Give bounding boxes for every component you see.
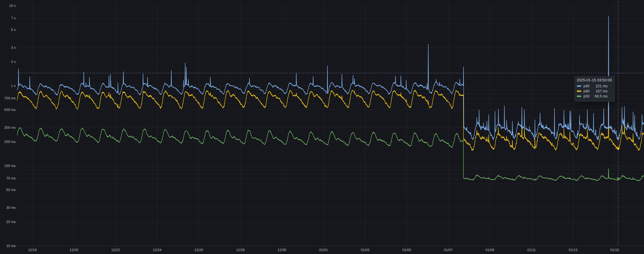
x-tick-label: 12/18 xyxy=(28,248,37,252)
series-value: 221 ms xyxy=(596,84,608,88)
x-tick-label: 12/22 xyxy=(111,248,120,252)
y-tick-label: 50 ms xyxy=(0,188,16,192)
x-tick-label: 01/09 xyxy=(486,248,494,252)
x-tick-label: 12/28 xyxy=(236,248,245,252)
y-tick-label: 2 s xyxy=(0,60,16,64)
y-tick-label: 5 s xyxy=(0,28,16,32)
series-name: p95 xyxy=(584,84,590,88)
y-tick-label: 1 s xyxy=(0,84,16,88)
x-tick-label: 01/13 xyxy=(569,248,578,252)
x-tick-label: 01/05 xyxy=(402,248,411,252)
x-tick-label: 01/01 xyxy=(319,248,328,252)
x-tick-label: 12/24 xyxy=(153,248,162,252)
y-tick-label: 500 ms xyxy=(0,108,16,112)
chart-tooltip: 2025-01-15 03:50:00 p95221 msp90167 msp5… xyxy=(574,76,615,102)
y-tick-label: 100 ms xyxy=(0,164,16,168)
series-name: p90 xyxy=(584,89,590,93)
y-tick-label: 3 s xyxy=(0,45,16,49)
latency-timeseries-panel: 10 s7 s5 s3 s2 s1 s700 ms500 ms300 ms200… xyxy=(0,0,644,254)
y-tick-label: 700 ms xyxy=(0,96,16,100)
series-value: 167 ms xyxy=(596,89,608,93)
tooltip-rows: p95221 msp90167 msp5069.5 ms xyxy=(577,84,612,99)
series-value: 69.5 ms xyxy=(595,94,608,98)
y-tick-label: 7 s xyxy=(0,16,16,20)
y-tick-label: 70 ms xyxy=(0,176,16,180)
y-tick-label: 200 ms xyxy=(0,140,16,144)
series-name: p50 xyxy=(584,94,590,98)
x-tick-label: 01/07 xyxy=(444,248,453,252)
tooltip-row: p90167 ms xyxy=(577,89,612,94)
series-color-swatch-p95 xyxy=(577,85,581,87)
y-tick-label: 10 s xyxy=(0,4,16,8)
timeseries-plot-canvas[interactable] xyxy=(0,0,644,254)
x-tick-label: 01/03 xyxy=(361,248,370,252)
x-tick-label: 01/11 xyxy=(527,248,536,252)
x-tick-label: 12/30 xyxy=(278,248,286,252)
x-tick-label: 01/15 xyxy=(610,248,619,252)
series-color-swatch-p90 xyxy=(577,91,581,92)
tooltip-timestamp: 2025-01-15 03:50:00 xyxy=(577,78,612,82)
tooltip-row: p5069.5 ms xyxy=(577,94,612,99)
y-tick-label: 300 ms xyxy=(0,126,16,129)
y-tick-label: 30 ms xyxy=(0,206,16,210)
x-tick-label: 12/20 xyxy=(70,248,78,252)
y-tick-label: 20 ms xyxy=(0,220,16,224)
tooltip-row: p95221 ms xyxy=(577,84,612,89)
x-tick-label: 12/26 xyxy=(194,248,203,252)
y-tick-label: 10 ms xyxy=(0,244,16,248)
series-color-swatch-p50 xyxy=(577,96,581,97)
